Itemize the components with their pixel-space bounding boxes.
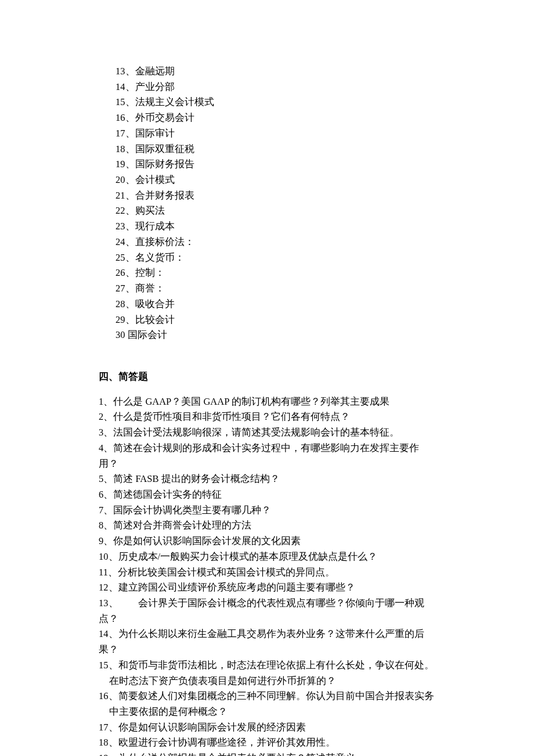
term-item: 22、购买法: [116, 203, 435, 219]
question-item: 11、分析比较美国会计模式和英国会计模式的异同点。: [99, 565, 435, 581]
term-item: 17、国际审计: [116, 126, 435, 142]
term-number: 18、: [116, 143, 135, 154]
term-number: 14、: [116, 81, 135, 92]
question-item: 18、欧盟进行会计协调有哪些途径，并评价其效用性。: [99, 735, 435, 751]
term-number: 25、: [116, 252, 135, 263]
term-item: 21、合并财务报表: [116, 188, 435, 204]
question-item: 15、和货币与非货币法相比，时态法在理论依据上有什么长处，争议在何处。在时态法下…: [99, 658, 435, 689]
term-text: 国际审计: [135, 128, 175, 139]
term-item: 16、外币交易会计: [116, 110, 435, 126]
term-text: 比较会计: [135, 314, 175, 325]
term-item: 13、金融远期: [116, 64, 435, 80]
term-item: 27、商誉：: [116, 281, 435, 297]
term-text: 吸收合并: [135, 298, 175, 309]
term-number: 26、: [116, 267, 135, 278]
term-item: 20、会计模式: [116, 172, 435, 188]
term-number: 22、: [116, 205, 135, 216]
term-text: 购买法: [135, 205, 165, 216]
question-item: 17、你是如何认识影响国际会计发展的经济因素: [99, 720, 435, 736]
section-heading-short-answer: 四、简答题: [99, 369, 435, 385]
question-item: 2、什么是货币性项目和非货币性项目？它们各有何特点？: [99, 409, 435, 425]
term-number: 27、: [116, 283, 135, 294]
question-item: 1、什么是 GAAP？美国 GAAP 的制订机构有哪些？列举其主要成果: [99, 394, 435, 410]
term-text: 国际双重征税: [135, 143, 194, 154]
term-item: 29、比较会计: [116, 312, 435, 328]
question-item: 9、你是如何认识影响国际会计发展的文化因素: [99, 534, 435, 549]
term-text: 国际财务报告: [135, 159, 194, 170]
term-number: 13、: [116, 66, 135, 77]
term-text: 商誉：: [135, 283, 165, 294]
term-item: 25、名义货币：: [116, 250, 435, 266]
term-number: 16、: [116, 112, 135, 123]
term-number: 19、: [116, 159, 135, 170]
term-text: 产业分部: [135, 81, 175, 92]
term-item: 26、控制：: [116, 265, 435, 281]
term-text: 金融远期: [135, 66, 175, 77]
question-item: 12、建立跨国公司业绩评价系统应考虑的问题主要有哪些？: [99, 580, 435, 596]
term-text: 现行成本: [135, 221, 175, 232]
term-text: 名义货币：: [135, 252, 185, 263]
question-item: 4、简述在会计规则的形成和会计实务过程中，有哪些影响力在发挥主要作用？: [99, 441, 435, 471]
question-list: 1、什么是 GAAP？美国 GAAP 的制订机构有哪些？列举其主要成果2、什么是…: [99, 394, 435, 756]
term-item: 18、国际双重征税: [116, 142, 435, 157]
term-list: 13、金融远期14、产业分部15、法规主义会计模式16、外币交易会计17、国际审…: [99, 64, 435, 343]
question-item: 10、历史成本/一般购买力会计模式的基本原理及优缺点是什么？: [99, 549, 435, 565]
term-item: 30 国际会计: [116, 327, 435, 343]
term-number: 20、: [116, 174, 135, 185]
term-item: 28、吸收合并: [116, 297, 435, 312]
term-item: 24、直接标价法：: [116, 235, 435, 250]
term-number: 30: [116, 329, 128, 340]
term-number: 21、: [116, 190, 135, 201]
term-text: 国际会计: [128, 329, 167, 340]
term-item: 23、现行成本: [116, 219, 435, 235]
term-text: 直接标价法：: [135, 236, 194, 247]
question-item: 8、简述对合并商誉会计处理的方法: [99, 518, 435, 534]
term-number: 28、: [116, 298, 135, 309]
term-text: 外币交易会计: [135, 112, 194, 123]
question-item: 3、法国会计受法规影响很深，请简述其受法规影响会计的基本特征。: [99, 425, 435, 441]
term-number: 29、: [116, 314, 135, 325]
term-number: 15、: [116, 96, 135, 107]
question-item: 13、 会计界关于国际会计概念的代表性观点有哪些？你倾向于哪一种观点？: [99, 596, 435, 627]
term-item: 19、国际财务报告: [116, 157, 435, 172]
question-item: 14、为什么长期以来衍生金融工具交易作为表外业务？这带来什么严重的后果？: [99, 627, 435, 657]
term-number: 17、: [116, 128, 135, 139]
question-item: 7、国际会计协调化类型主要有哪几种？: [99, 503, 435, 519]
question-item: 6、简述德国会计实务的特征: [99, 487, 435, 503]
question-item: 19、为什么说分部报告是合并报表的必要补充？简述其意义: [99, 751, 435, 756]
term-text: 控制：: [135, 267, 165, 278]
question-item: 5、简述 FASB 提出的财务会计概念结构？: [99, 471, 435, 487]
term-text: 会计模式: [135, 174, 175, 185]
term-text: 合并财务报表: [135, 190, 194, 201]
term-number: 24、: [116, 236, 135, 247]
term-item: 15、法规主义会计模式: [116, 95, 435, 110]
question-item: 16、简要叙述人们对集团概念的三种不同理解。你认为目前中国合并报表实务中主要依据…: [99, 689, 435, 719]
term-item: 14、产业分部: [116, 80, 435, 95]
term-text: 法规主义会计模式: [135, 96, 214, 107]
term-number: 23、: [116, 221, 135, 232]
